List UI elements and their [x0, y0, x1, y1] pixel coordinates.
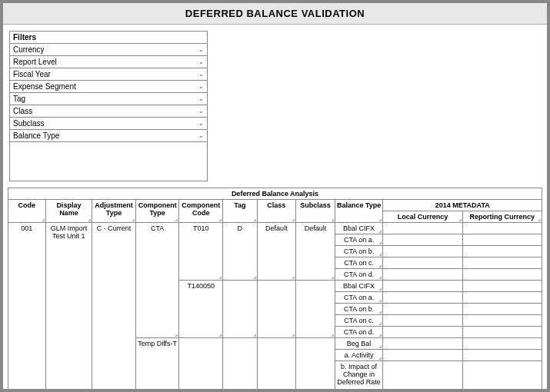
- chevron-down-icon: ⌄: [198, 71, 204, 78]
- col-label: Class: [267, 201, 285, 209]
- col-component-code[interactable]: Component Code: [179, 200, 223, 223]
- filter-currency[interactable]: Currency ⌄: [10, 44, 207, 56]
- analysis-body: 001 GLM Import Test Unit 1 C - Current C…: [8, 223, 542, 393]
- cell-subclass: Default: [296, 223, 335, 281]
- filter-label: Report Level: [13, 58, 57, 66]
- cell-local-currency[interactable]: [383, 304, 462, 315]
- cell-balance-type: CTA on b.: [335, 304, 383, 315]
- cell-balance-type: CTA on c.: [335, 257, 383, 269]
- cell-display-name: GLM Import Test Unit 1: [45, 223, 92, 393]
- chevron-down-icon: ⌄: [198, 121, 204, 127]
- col-display-name[interactable]: Display Name: [45, 200, 92, 223]
- filter-label: Balance Type: [13, 131, 59, 140]
- col-metadata-group: 2014 METADATA: [383, 200, 542, 211]
- filter-label: Fiscal Year: [13, 70, 51, 78]
- cell-reporting-currency[interactable]: [462, 281, 542, 292]
- cell-reporting-currency[interactable]: [462, 361, 542, 393]
- filter-expense-segment[interactable]: Expense Segment ⌄: [10, 81, 207, 93]
- cell-balance-type: Bbal CIFX: [335, 281, 383, 292]
- filter-class[interactable]: Class ⌄: [10, 105, 207, 118]
- filters-panel: Filters Currency ⌄ Report Level ⌄ Fiscal…: [9, 31, 208, 181]
- filters-blank-area: [10, 142, 207, 181]
- col-subclass[interactable]: Subclass: [296, 200, 335, 223]
- col-label: Subclass: [300, 201, 331, 209]
- cell-component-type: Temp Diffs-T: [135, 338, 179, 393]
- cell-balance-type: a. Activity: [335, 350, 383, 361]
- table-row[interactable]: 001 GLM Import Test Unit 1 C - Current C…: [8, 223, 542, 234]
- cell-balance-type: CTA on d.: [335, 269, 383, 281]
- cell-balance-type: CTA on a.: [335, 292, 383, 304]
- filter-subclass[interactable]: Subclass ⌄: [10, 118, 207, 130]
- col-label: Component Code: [182, 201, 220, 217]
- cell-tag: D: [223, 223, 258, 281]
- cell-class: [257, 281, 296, 338]
- filter-label: Currency: [13, 45, 45, 54]
- cell-component-type: CTA: [135, 223, 179, 338]
- filter-tag[interactable]: Tag ⌄: [10, 93, 207, 105]
- cell-local-currency[interactable]: [383, 327, 462, 338]
- cell-component-code: T010: [179, 223, 223, 281]
- cell-reporting-currency[interactable]: [462, 223, 542, 234]
- col-label: Display Name: [56, 201, 81, 217]
- col-label: Component Type: [138, 201, 177, 217]
- cell-code: 001: [8, 223, 46, 393]
- col-adjustment-type[interactable]: Adjustment Type: [92, 200, 136, 223]
- cell-local-currency[interactable]: [383, 361, 462, 393]
- col-class[interactable]: Class: [257, 200, 296, 223]
- cell-subclass: [296, 281, 335, 338]
- cell-component-code: T140050: [179, 281, 223, 338]
- filter-balance-type[interactable]: Balance Type ⌄: [10, 130, 207, 142]
- cell-reporting-currency[interactable]: [462, 292, 542, 304]
- cell-local-currency[interactable]: [383, 350, 462, 361]
- cell-reporting-currency[interactable]: [462, 338, 542, 350]
- cell-balance-type: CTA on a.: [335, 234, 383, 246]
- col-code[interactable]: Code: [8, 200, 46, 223]
- col-label: Adjustment Type: [95, 201, 133, 217]
- cell-local-currency[interactable]: [383, 315, 462, 327]
- cell-balance-type: Beg Bal: [335, 338, 383, 350]
- cell-reporting-currency[interactable]: [462, 246, 542, 257]
- col-label: Local Currency: [398, 213, 448, 221]
- col-balance-type[interactable]: Balance Type: [335, 200, 383, 223]
- chevron-down-icon: ⌄: [198, 59, 204, 65]
- cell-adjustment-type: C - Current: [92, 223, 136, 393]
- col-tag[interactable]: Tag: [223, 200, 258, 223]
- cell-local-currency[interactable]: [383, 257, 462, 269]
- cell-reporting-currency[interactable]: [462, 304, 542, 315]
- cell-local-currency[interactable]: [383, 338, 462, 350]
- cell-reporting-currency[interactable]: [462, 269, 542, 281]
- cell-tag: [223, 338, 258, 393]
- analysis-section-title: Deferred Balance Analysis: [8, 188, 542, 200]
- col-local-currency[interactable]: Local Currency: [383, 211, 462, 223]
- cell-subclass: [296, 338, 335, 393]
- cell-local-currency[interactable]: [383, 223, 462, 234]
- cell-local-currency[interactable]: [383, 292, 462, 304]
- cell-reporting-currency[interactable]: [462, 350, 542, 361]
- filter-fiscal-year[interactable]: Fiscal Year ⌄: [10, 68, 207, 81]
- cell-balance-type: b. Impact of Change in Deferred Rate: [335, 361, 383, 393]
- cell-local-currency[interactable]: [383, 246, 462, 257]
- col-reporting-currency[interactable]: Reporting Currency: [462, 211, 542, 223]
- filters-header: Filters: [10, 32, 207, 44]
- col-component-type[interactable]: Component Type: [135, 200, 179, 223]
- cell-local-currency[interactable]: [383, 281, 462, 292]
- chevron-down-icon: ⌄: [198, 96, 204, 102]
- cell-reporting-currency[interactable]: [462, 257, 542, 269]
- cell-reporting-currency[interactable]: [462, 315, 542, 327]
- col-label: Balance Type: [337, 201, 381, 209]
- chevron-down-icon: ⌄: [198, 133, 204, 139]
- cell-reporting-currency[interactable]: [462, 327, 542, 338]
- app-frame: DEFERRED BALANCE VALIDATION Filters Curr…: [0, 0, 550, 392]
- filter-report-level[interactable]: Report Level ⌄: [10, 56, 207, 68]
- chevron-down-icon: ⌄: [198, 84, 204, 90]
- cell-reporting-currency[interactable]: [462, 234, 542, 246]
- filter-label: Class: [13, 107, 32, 115]
- cell-local-currency[interactable]: [383, 234, 462, 246]
- chevron-down-icon: ⌄: [198, 108, 204, 115]
- filter-label: Expense Segment: [13, 82, 76, 91]
- cell-local-currency[interactable]: [383, 269, 462, 281]
- cell-component-code: [179, 338, 223, 393]
- cell-class: Default: [257, 223, 296, 281]
- analysis-table: Deferred Balance Analysis Code Display N…: [8, 188, 542, 392]
- cell-balance-type: CTA on d.: [335, 327, 383, 338]
